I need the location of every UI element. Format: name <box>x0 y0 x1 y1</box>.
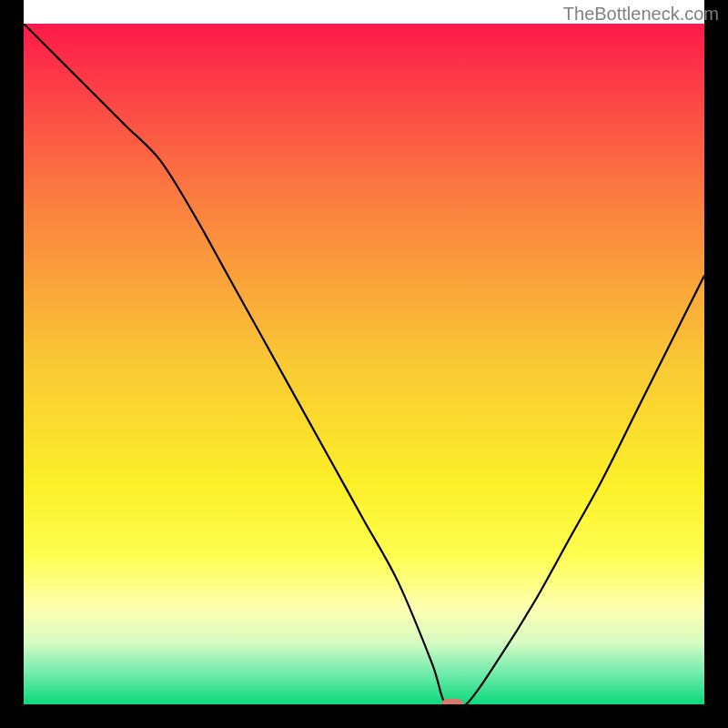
frame-right <box>704 0 728 728</box>
frame-bottom <box>0 704 728 728</box>
frame-left <box>0 0 24 728</box>
bottleneck-curve <box>24 24 704 704</box>
watermark-text: TheBottleneck.com <box>563 4 719 25</box>
plot-area <box>24 24 704 704</box>
chart-container: TheBottleneck.com <box>0 0 728 728</box>
